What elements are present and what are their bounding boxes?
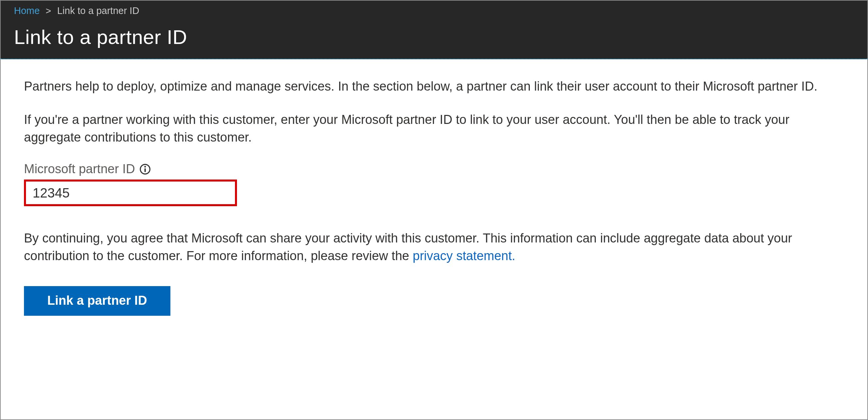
breadcrumb-current: Link to a partner ID (57, 5, 140, 16)
intro-paragraph: Partners help to deploy, optimize and ma… (24, 78, 844, 95)
svg-rect-1 (145, 168, 146, 172)
page-frame: Home > Link to a partner ID Link to a pa… (0, 0, 868, 420)
info-icon[interactable] (139, 163, 151, 175)
partner-id-field-block: Microsoft partner ID (24, 162, 844, 206)
agreement-paragraph: By continuing, you agree that Microsoft … (24, 230, 843, 265)
content-region: Partners help to deploy, optimize and ma… (1, 59, 867, 419)
partner-id-label: Microsoft partner ID (24, 162, 135, 176)
instruction-paragraph: If you're a partner working with this cu… (24, 111, 844, 146)
partner-id-label-row: Microsoft partner ID (24, 162, 844, 176)
breadcrumb-separator-icon: > (45, 6, 51, 16)
link-partner-id-button[interactable]: Link a partner ID (24, 286, 170, 316)
agreement-block: By continuing, you agree that Microsoft … (24, 230, 844, 265)
svg-point-2 (144, 166, 146, 168)
breadcrumb-home-link[interactable]: Home (14, 5, 40, 16)
agreement-text-prefix: By continuing, you agree that Microsoft … (24, 231, 792, 263)
page-title: Link to a partner ID (14, 22, 854, 49)
privacy-statement-link[interactable]: privacy statement. (413, 249, 515, 263)
partner-id-input[interactable] (24, 180, 237, 206)
header-bar: Home > Link to a partner ID Link to a pa… (1, 1, 867, 59)
breadcrumb: Home > Link to a partner ID (1, 4, 867, 22)
